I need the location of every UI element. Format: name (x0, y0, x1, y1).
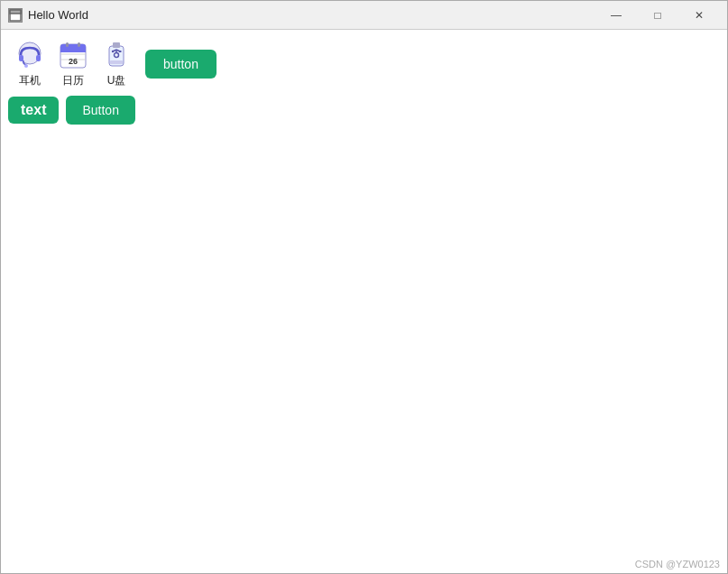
icon-headphone[interactable]: 耳机 (8, 39, 51, 88)
widget-row: text Button (8, 96, 720, 125)
icon-calendar[interactable]: 26 日历 (51, 39, 95, 88)
title-bar: Hello World — □ ✕ (1, 1, 727, 30)
svg-rect-13 (78, 42, 80, 47)
title-bar-left: Hello World (8, 8, 88, 23)
svg-point-20 (112, 51, 114, 52)
top-controls-row: 耳机 26 日历 (8, 39, 720, 88)
header-button[interactable]: button (145, 50, 217, 79)
main-content: 耳机 26 日历 (1, 30, 727, 574)
svg-rect-1 (10, 10, 21, 14)
close-button[interactable]: ✕ (678, 1, 720, 30)
svg-point-5 (24, 64, 28, 68)
icon-headphone-label: 耳机 (19, 73, 41, 88)
window-icon (8, 8, 23, 23)
icon-usb-label: U盘 (107, 73, 126, 88)
svg-rect-12 (66, 42, 69, 47)
icon-calendar-label: 日历 (62, 73, 84, 88)
icon-usb[interactable]: U盘 (95, 39, 138, 88)
svg-rect-15 (113, 42, 120, 48)
svg-text:26: 26 (69, 57, 78, 66)
svg-rect-4 (36, 55, 41, 61)
maximize-button[interactable]: □ (637, 1, 678, 30)
watermark: CSDN @YZW0123 (635, 559, 720, 569)
svg-rect-21 (119, 51, 122, 52)
svg-rect-22 (110, 60, 123, 64)
window-title: Hello World (28, 8, 88, 22)
minimize-button[interactable]: — (595, 1, 637, 30)
text-badge: text (8, 97, 59, 124)
svg-rect-8 (60, 49, 86, 52)
window-controls[interactable]: — □ ✕ (595, 1, 720, 30)
content-button[interactable]: Button (66, 96, 134, 125)
